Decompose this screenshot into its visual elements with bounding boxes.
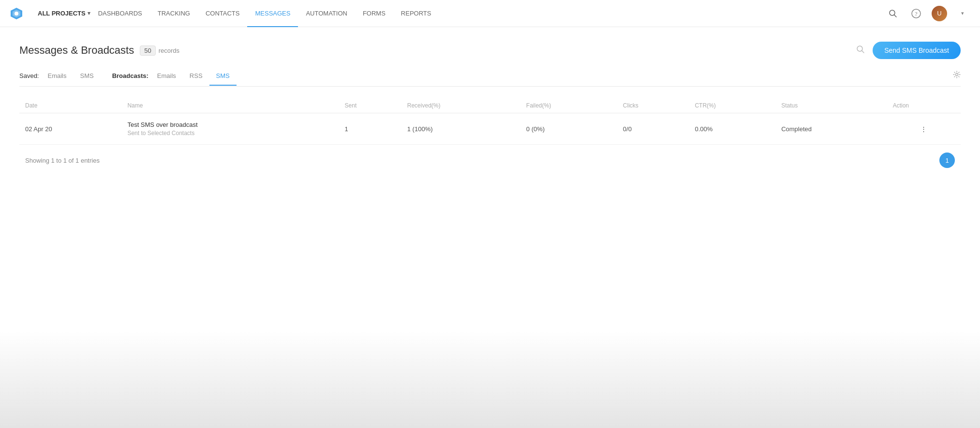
col-received: Received(%) (401, 98, 520, 113)
svg-point-9 (956, 74, 958, 76)
records-label: records (159, 47, 179, 54)
cell-name: Test SMS over broadcast Sent to Selected… (121, 113, 339, 145)
cell-name-main: Test SMS over broadcast (127, 121, 333, 128)
search-icon[interactable] (885, 6, 901, 21)
cell-failed[interactable]: 0 (0%) (520, 113, 617, 145)
page-header: Messages & Broadcasts 50 records Send SM… (19, 42, 961, 59)
svg-line-4 (894, 15, 897, 17)
nav-automation[interactable]: AUTOMATION (298, 0, 355, 27)
records-count: 50 (140, 46, 155, 56)
logo[interactable] (10, 7, 23, 20)
navbar-right: ? U ▾ (885, 6, 970, 21)
cell-clicks[interactable]: 0/0 (617, 113, 689, 145)
showing-text: Showing 1 to 1 of 1 entries (25, 157, 100, 164)
broadcasts-table: Date Name Sent Received(%) Failed(%) Cli… (19, 98, 961, 145)
navbar: ALL PROJECTS ▾ DASHBOARDS TRACKING CONTA… (0, 0, 980, 27)
help-icon[interactable]: ? (908, 6, 924, 21)
cell-received[interactable]: 1 (100%) (401, 113, 520, 145)
cell-status: Completed (775, 113, 887, 145)
svg-line-8 (862, 50, 864, 53)
send-sms-button[interactable]: Send SMS Broadcast (873, 42, 961, 59)
page-1-button[interactable]: 1 (939, 153, 955, 168)
col-action: Action (887, 98, 961, 113)
nav-tracking[interactable]: TRACKING (150, 0, 198, 27)
pagination: 1 (939, 153, 955, 168)
header-actions: Send SMS Broadcast (856, 42, 961, 59)
broadcasts-label: Broadcasts: (110, 72, 150, 85)
col-status: Status (775, 98, 887, 113)
nav-reports[interactable]: REPORTS (393, 0, 439, 27)
tabs-row: Saved: Emails SMS Broadcasts: Emails RSS… (19, 71, 961, 87)
cell-name-sub: Sent to Selected Contacts (127, 130, 333, 137)
user-avatar[interactable]: U (932, 6, 947, 21)
tab-broadcasts-sms[interactable]: SMS (209, 72, 237, 85)
settings-icon[interactable] (953, 71, 961, 86)
page-title-row: Messages & Broadcasts 50 records (19, 44, 179, 57)
cell-sent[interactable]: 1 (339, 113, 401, 145)
col-ctr: CTR(%) (689, 98, 775, 113)
table-row: 02 Apr 20 Test SMS over broadcast Sent t… (19, 113, 961, 145)
col-failed: Failed(%) (520, 98, 617, 113)
table-footer: Showing 1 to 1 of 1 entries 1 (19, 153, 961, 168)
svg-point-2 (15, 12, 18, 15)
tab-saved-emails[interactable]: Emails (41, 72, 73, 85)
nav-messages[interactable]: MESSAGES (247, 0, 298, 27)
records-badge: 50 records (140, 46, 179, 56)
tabs-left: Saved: Emails SMS Broadcasts: Emails RSS… (19, 72, 237, 85)
col-date: Date (19, 98, 121, 113)
tab-broadcasts-emails[interactable]: Emails (150, 72, 183, 85)
nav-dashboards[interactable]: DASHBOARDS (90, 0, 150, 27)
nav-forms[interactable]: FORMS (355, 0, 393, 27)
nav-contacts[interactable]: CONTACTS (198, 0, 248, 27)
table-search-icon[interactable] (856, 45, 865, 56)
svg-text:?: ? (915, 11, 917, 17)
table-header-row: Date Name Sent Received(%) Failed(%) Cli… (19, 98, 961, 113)
brand-name[interactable]: ALL PROJECTS ▾ (38, 10, 90, 17)
col-sent: Sent (339, 98, 401, 113)
tab-broadcasts-rss[interactable]: RSS (183, 72, 209, 85)
col-clicks: Clicks (617, 98, 689, 113)
main-content: Messages & Broadcasts 50 records Send SM… (0, 27, 980, 428)
cell-ctr: 0.00% (689, 113, 775, 145)
saved-label: Saved: (19, 72, 39, 85)
cell-date: 02 Apr 20 (19, 113, 121, 145)
avatar-chevron[interactable]: ▾ (955, 6, 970, 21)
page-title: Messages & Broadcasts (19, 44, 134, 57)
tab-saved-sms[interactable]: SMS (74, 72, 101, 85)
cell-action[interactable]: ⋮ (887, 113, 961, 145)
col-name: Name (121, 98, 339, 113)
main-nav: DASHBOARDS TRACKING CONTACTS MESSAGES AU… (90, 0, 885, 27)
